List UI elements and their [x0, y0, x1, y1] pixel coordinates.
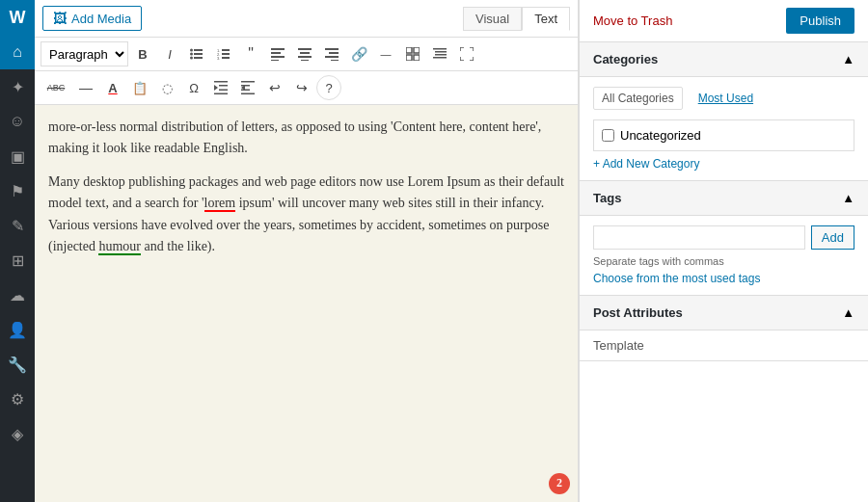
- bold-button[interactable]: B: [130, 41, 155, 66]
- category-checkbox-uncategorized[interactable]: [602, 129, 614, 142]
- sidebar-item-5[interactable]: ✎: [0, 208, 35, 243]
- link-button[interactable]: 🔗: [346, 41, 371, 66]
- align-left-button[interactable]: [265, 41, 290, 66]
- publish-button[interactable]: Publish: [786, 8, 854, 34]
- sidebar-item-2[interactable]: ☺: [0, 104, 35, 139]
- svg-rect-32: [214, 81, 228, 83]
- svg-rect-15: [271, 60, 279, 61]
- category-item-uncategorized: Uncategorized: [602, 128, 846, 143]
- fullscreen-button[interactable]: [454, 41, 479, 66]
- indent-toggle-button[interactable]: [427, 41, 452, 66]
- editor-paragraph-1: more-or-less normal distribution of lett…: [48, 117, 564, 160]
- special-char-button[interactable]: Ω: [181, 75, 206, 100]
- post-attributes-header[interactable]: Post Attributes ▲: [580, 296, 868, 330]
- categories-collapse-icon: ▲: [842, 52, 854, 66]
- user-icon: 👤: [8, 321, 27, 339]
- blockquote-button[interactable]: ": [238, 41, 263, 66]
- wp-logo[interactable]: W: [0, 0, 35, 35]
- tags-input[interactable]: [593, 225, 805, 250]
- indent-button[interactable]: [208, 75, 233, 100]
- move-to-trash-link[interactable]: Move to Trash: [593, 13, 672, 28]
- categories-header[interactable]: Categories ▲: [580, 42, 868, 77]
- sidebar-item-6[interactable]: ⊞: [0, 243, 35, 277]
- choose-tags-link[interactable]: Choose from the most used tags: [593, 272, 760, 285]
- post-attributes-collapse-icon: ▲: [842, 305, 854, 320]
- add-media-label: Add Media: [71, 12, 131, 26]
- unordered-list-button[interactable]: [184, 41, 209, 66]
- editor-mode-tabs: Visual Text: [463, 7, 570, 31]
- svg-rect-21: [329, 52, 339, 54]
- sidebar-item-0[interactable]: ⌂: [0, 35, 35, 69]
- add-new-category-link[interactable]: + Add New Category: [593, 157, 854, 171]
- tags-collapse-icon: ▲: [842, 191, 854, 205]
- plugin-icon: ⊞: [12, 251, 24, 270]
- home-icon: ⌂: [13, 43, 22, 61]
- template-label: Template: [593, 338, 644, 353]
- editor-paragraph-2: Many desktop publishing packages and web…: [48, 172, 564, 258]
- svg-rect-14: [271, 56, 285, 58]
- svg-point-3: [190, 49, 193, 52]
- svg-rect-35: [219, 85, 228, 87]
- extra1-icon: ◈: [12, 425, 23, 443]
- svg-rect-17: [300, 52, 310, 54]
- align-right-button[interactable]: [319, 41, 344, 66]
- main-layout: 🖼 Add Media Visual Text Paragraph B I: [35, 0, 868, 502]
- sidebar-item-4[interactable]: ⚑: [0, 173, 35, 208]
- visual-tab[interactable]: Visual: [463, 7, 522, 31]
- left-sidebar: W ⌂ ✦ ☺ ▣ ⚑ ✎ ⊞ ☁ 👤 🔧 ⚙ ◈: [0, 0, 35, 502]
- abc-button[interactable]: ABC: [41, 75, 71, 100]
- svg-rect-30: [435, 54, 447, 56]
- more-button[interactable]: —: [373, 41, 398, 66]
- grid-icon: ▣: [11, 147, 25, 166]
- align-center-button[interactable]: [292, 41, 317, 66]
- tags-add-button[interactable]: Add: [811, 225, 854, 250]
- svg-rect-22: [325, 56, 339, 58]
- editor-content[interactable]: more-or-less normal distribution of lett…: [35, 105, 578, 502]
- svg-rect-26: [406, 55, 412, 61]
- sidebar-item-9[interactable]: 🔧: [0, 347, 35, 382]
- sidebar-item-8[interactable]: 👤: [0, 312, 35, 347]
- most-used-tab[interactable]: Most Used: [691, 87, 761, 110]
- svg-rect-2: [194, 57, 203, 59]
- toolbar-toggle-button[interactable]: [400, 41, 425, 66]
- categories-tabs: All Categories Most Used: [593, 87, 854, 110]
- editor-badge: 2: [549, 473, 570, 494]
- all-categories-tab[interactable]: All Categories: [593, 87, 683, 110]
- undo-button[interactable]: ↩: [262, 75, 287, 100]
- redo-button[interactable]: ↪: [289, 75, 314, 100]
- post-attributes-content: Template: [580, 330, 868, 360]
- right-sidebar: Move to Trash Publish Categories ▲ All C…: [579, 0, 868, 502]
- svg-rect-18: [298, 56, 312, 58]
- sidebar-item-7[interactable]: ☁: [0, 277, 35, 312]
- svg-rect-20: [325, 48, 339, 50]
- categories-section: Categories ▲ All Categories Most Used Un…: [580, 42, 868, 181]
- help-button[interactable]: ?: [316, 75, 341, 100]
- tags-title: Tags: [593, 191, 621, 205]
- svg-rect-36: [219, 90, 228, 92]
- svg-rect-0: [194, 49, 203, 51]
- tags-header[interactable]: Tags ▲: [580, 181, 868, 216]
- sidebar-item-3[interactable]: ▣: [0, 139, 35, 173]
- categories-title: Categories: [593, 52, 658, 66]
- sidebar-item-11[interactable]: ◈: [0, 416, 35, 451]
- clear-format-button[interactable]: ◌: [154, 75, 179, 100]
- format-select[interactable]: Paragraph: [41, 41, 128, 66]
- outdent-button[interactable]: [235, 75, 260, 100]
- editor-area: 🖼 Add Media Visual Text Paragraph B I: [35, 0, 579, 502]
- add-media-button[interactable]: 🖼 Add Media: [42, 6, 142, 31]
- sidebar-item-1[interactable]: ✦: [0, 69, 35, 104]
- paste-button[interactable]: 📋: [127, 75, 152, 100]
- svg-rect-28: [433, 48, 447, 50]
- hr-button[interactable]: —: [73, 75, 98, 100]
- text-color-button[interactable]: A: [100, 75, 125, 100]
- category-label-uncategorized: Uncategorized: [620, 128, 701, 143]
- svg-rect-33: [214, 93, 228, 95]
- svg-rect-24: [406, 47, 412, 53]
- svg-rect-16: [298, 48, 312, 50]
- text-tab[interactable]: Text: [522, 7, 570, 31]
- svg-rect-41: [241, 90, 250, 92]
- sidebar-item-10[interactable]: ⚙: [0, 382, 35, 416]
- italic-button[interactable]: I: [157, 41, 182, 66]
- ordered-list-button[interactable]: 1.2.3.: [211, 41, 236, 66]
- wrench-icon: 🔧: [8, 356, 27, 374]
